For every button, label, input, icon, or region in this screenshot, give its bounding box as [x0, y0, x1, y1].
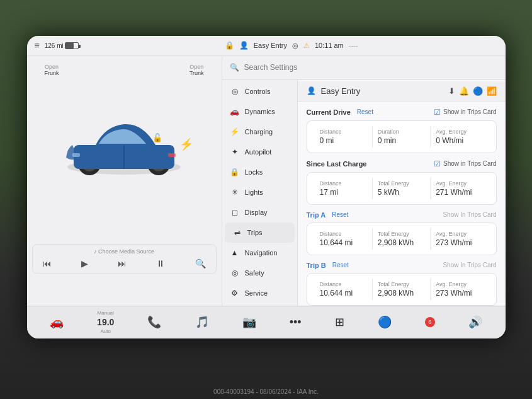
taskbar-phone[interactable]: 📞 — [142, 313, 166, 332]
taskbar-volume[interactable]: 🔊 — [463, 313, 487, 332]
signal-icon: 📶 — [487, 86, 497, 96]
auto-label: Auto — [101, 328, 111, 334]
car-visual: ⚡ 🔓 — [32, 79, 217, 205]
nav-locks[interactable]: 🔒 Locks — [222, 162, 297, 182]
taskbar-apps[interactable]: ⊞ — [330, 313, 349, 332]
trip-a-stats-row: Distance 10,644 mi Total Energy 2,908 kW… — [315, 228, 489, 250]
nav-lights[interactable]: ✳ Lights — [222, 182, 297, 202]
last-charge-title: Since Last Charge — [307, 160, 367, 168]
nav-charging[interactable]: ⚡ Charging — [222, 122, 297, 142]
car-icon: 🚗 — [50, 315, 64, 329]
current-drive-reset[interactable]: Reset — [354, 108, 376, 115]
search-media-button[interactable]: 🔍 — [191, 257, 210, 270]
autopilot-icon: ✦ — [230, 147, 240, 156]
current-drive-stats-row: Distance 0 mi Duration 0 min Avg. Energy… — [315, 126, 489, 147]
taskbar-more[interactable]: ••• — [285, 313, 307, 332]
nav-autopilot[interactable]: ✦ Autopilot — [222, 142, 297, 162]
last-charge-avg-energy: Avg. Energy 271 Wh/mi — [431, 178, 488, 199]
trunk-label[interactable]: Open Trunk — [190, 64, 204, 76]
bluetooth-taskbar-icon: 🔵 — [378, 315, 392, 329]
current-drive-title: Current Drive — [307, 108, 351, 116]
svg-text:⚡: ⚡ — [179, 137, 193, 151]
svg-text:🔓: 🔓 — [152, 132, 163, 143]
easy-entry-content-title: Easy Entry — [321, 86, 361, 96]
next-button[interactable]: ⏭ — [114, 257, 130, 270]
battery-indicator: 126 mi — [45, 42, 79, 49]
trip-a-reset[interactable]: Reset — [329, 211, 351, 218]
easy-entry-status: Easy Entry — [254, 42, 287, 49]
taskbar-media[interactable]: 🎵 — [190, 313, 214, 332]
trip-b-distance: Distance 10,644 mi — [315, 279, 373, 300]
temperature-display: 19.0 — [97, 317, 114, 327]
trip-b-stats-row: Distance 10,644 mi Total Energy 2,908 kW… — [315, 279, 489, 300]
camera-icon: 📷 — [242, 315, 256, 329]
taskbar: 🚗 Manual 19.0 Auto 📞 🎵 📷 ••• ⊞ 🔵 6 🔊 — [27, 306, 506, 338]
taskbar-notification[interactable]: 6 — [420, 315, 440, 330]
current-avg-energy: Avg. Energy 0 Wh/mi — [431, 126, 488, 147]
separator: ---- — [349, 42, 358, 49]
phone-icon: 📞 — [147, 315, 161, 329]
mileage-text: 126 mi — [45, 42, 64, 49]
play-button[interactable]: ▶ — [77, 257, 92, 270]
footer-text: 000-40003194 - 08/06/2024 - IAA Inc. — [213, 388, 319, 395]
nav-trips[interactable]: ⇌ Trips — [225, 223, 295, 243]
prev-button[interactable]: ⏮ — [39, 257, 55, 270]
media-section: ♪ Choose Media Source ⏮ ▶ ⏭ ⏸ 🔍 — [32, 244, 217, 274]
trip-b-total-energy: Total Energy 2,908 kWh — [373, 279, 431, 300]
status-center: 🔒 👤 Easy Entry ◎ ⚠ 10:11 am ---- — [85, 41, 498, 50]
trip-b-avg-energy: Avg. Energy 273 Wh/mi — [431, 279, 488, 300]
search-icon: 🔍 — [230, 63, 239, 72]
current-drive-header: Current Drive Reset ☑ Show in Trips Card — [307, 108, 497, 117]
search-bar: 🔍 — [222, 56, 506, 80]
left-panel: Open Frunk Open Trunk — [27, 56, 222, 306]
current-duration: Duration 0 min — [373, 126, 431, 147]
right-panel: 🔍 ◎ Controls 🚗 Dynamics ⚡ Charging — [222, 56, 506, 306]
nav-software[interactable]: ≡ Software — [222, 303, 297, 306]
tesla-screen: ≡ 126 mi 🔒 👤 Easy Entry ◎ ⚠ 10:11 am ---… — [27, 36, 506, 338]
last-charge-total-energy: Total Energy 5 kWh — [373, 178, 431, 199]
navigation-icon: ▲ — [230, 248, 240, 257]
menu-icon[interactable]: ≡ — [35, 40, 40, 50]
trip-a-distance: Distance 10,644 mi — [315, 228, 373, 250]
current-drive-stats: Distance 0 mi Duration 0 min Avg. Energy… — [307, 120, 497, 153]
current-drive-show-label: Show in Trips Card — [443, 108, 496, 115]
service-icon: ⚙ — [230, 289, 240, 298]
taskbar-bluetooth[interactable]: 🔵 — [373, 313, 397, 332]
last-charge-distance: Distance 17 mi — [315, 178, 373, 199]
trip-a-stats: Distance 10,644 mi Total Energy 2,908 kW… — [307, 223, 497, 255]
alert-icon: ⚠ — [303, 42, 310, 50]
footer: 000-40003194 - 08/06/2024 - IAA Inc. — [0, 388, 532, 395]
nav-dynamics[interactable]: 🚗 Dynamics — [222, 101, 297, 122]
current-drive-checkbox-icon[interactable]: ☑ — [434, 108, 441, 117]
nav-display[interactable]: ◻ Display — [222, 202, 297, 223]
nav-safety[interactable]: ◎ Safety — [222, 263, 297, 283]
trip-a-show-label: Show In Trips Card — [443, 211, 496, 218]
locks-icon: 🔒 — [230, 168, 240, 176]
search-input[interactable] — [244, 63, 498, 72]
easy-entry-header: 👤 Easy Entry ⬇ 🔔 🔵 📶 — [298, 81, 506, 101]
taskbar-camera[interactable]: 📷 — [237, 313, 261, 332]
taskbar-climate[interactable]: Manual 19.0 Auto — [92, 308, 119, 337]
last-charge-checkbox-icon[interactable]: ☑ — [434, 159, 441, 168]
media-icon: 🎵 — [195, 315, 209, 329]
display-icon: ◻ — [230, 208, 240, 217]
taskbar-car[interactable]: 🚗 — [45, 313, 69, 332]
lock-status-icon: 🔒 — [225, 41, 234, 50]
bell-icon: 🔔 — [459, 86, 469, 96]
trip-b-reset[interactable]: Reset — [330, 262, 351, 269]
nav-service[interactable]: ⚙ Service — [222, 283, 297, 303]
notification-badge: 6 — [425, 317, 435, 327]
car-labels: Open Frunk Open Trunk — [32, 61, 217, 79]
trip-a-header: Trip A Reset Show In Trips Card — [307, 211, 497, 219]
trip-a-show-trips: Show In Trips Card — [443, 211, 496, 218]
apps-icon: ⊞ — [335, 315, 344, 329]
download-icon: ⬇ — [448, 86, 455, 96]
nav-controls[interactable]: ◎ Controls — [222, 81, 297, 101]
nav-navigation[interactable]: ▲ Navigation — [222, 243, 297, 263]
pause-button[interactable]: ⏸ — [152, 257, 169, 270]
current-distance: Distance 0 mi — [315, 126, 373, 147]
last-charge-header: Since Last Charge ☑ Show in Trips Card — [307, 159, 497, 168]
trip-b-show-trips: Show In Trips Card — [443, 262, 496, 269]
trips-content: Current Drive Reset ☑ Show in Trips Card… — [298, 101, 506, 306]
frunk-open-text: Open — [45, 64, 59, 70]
